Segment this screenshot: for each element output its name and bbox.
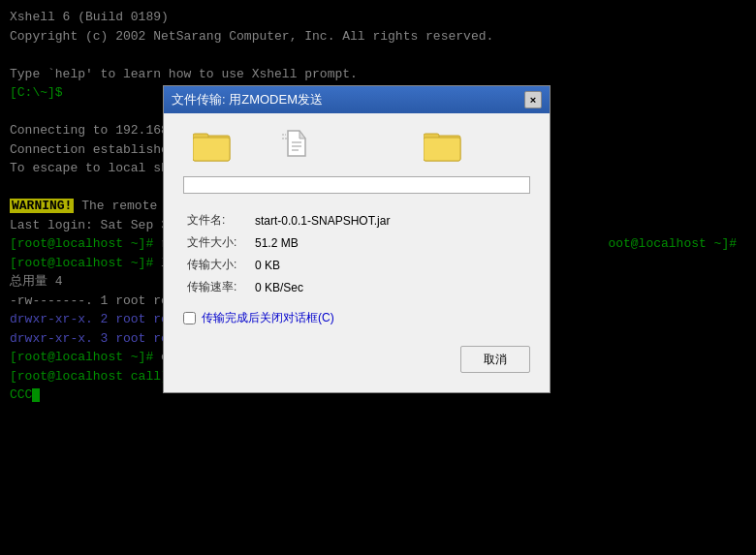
transfer-speed-row: 传输速率: 0 KB/Sec — [183, 276, 530, 298]
svg-rect-2 — [193, 138, 230, 161]
filename-label: 文件名: — [183, 209, 251, 231]
source-folder-icon — [193, 130, 232, 163]
svg-rect-12 — [424, 138, 460, 161]
filesize-value: 51.2 MB — [251, 231, 530, 254]
dialog-title: 文件传输: 用ZMODEM发送 — [172, 91, 323, 108]
cancel-button[interactable]: 取消 — [460, 346, 530, 373]
file-transfer-dialog: 文件传输: 用ZMODEM发送 × — [163, 85, 551, 393]
dest-folder-icon — [424, 130, 462, 163]
button-area: 取消 — [183, 342, 530, 377]
file-info-table: 文件名: start-0.0.1-SNAPSHOT.jar 文件大小: 51.2… — [183, 209, 530, 298]
dialog-titlebar: 文件传输: 用ZMODEM发送 × — [164, 86, 550, 113]
close-on-complete-label[interactable]: 传输完成后关闭对话框(C) — [202, 310, 334, 326]
transfer-speed-label: 传输速率: — [183, 276, 251, 298]
filesize-row: 文件大小: 51.2 MB — [183, 231, 530, 254]
checkbox-area: 传输完成后关闭对话框(C) — [183, 310, 530, 326]
transfer-size-row: 传输大小: 0 KB — [183, 254, 530, 276]
progress-bar-container — [183, 176, 530, 194]
filename-row: 文件名: start-0.0.1-SNAPSHOT.jar — [183, 209, 530, 231]
transfer-speed-value: 0 KB/Sec — [251, 276, 530, 298]
transfer-size-value: 0 KB — [251, 254, 530, 276]
dialog-body: 文件名: start-0.0.1-SNAPSHOT.jar 文件大小: 51.2… — [164, 113, 550, 392]
svg-marker-4 — [299, 131, 305, 139]
close-button[interactable]: × — [524, 91, 542, 108]
folder-area — [183, 129, 530, 163]
transfer-size-label: 传输大小: — [183, 254, 251, 276]
filesize-label: 文件大小: — [183, 231, 251, 254]
transfer-arrow — [280, 129, 309, 163]
filename-value: start-0.0.1-SNAPSHOT.jar — [251, 209, 530, 231]
close-on-complete-checkbox[interactable] — [183, 312, 196, 324]
